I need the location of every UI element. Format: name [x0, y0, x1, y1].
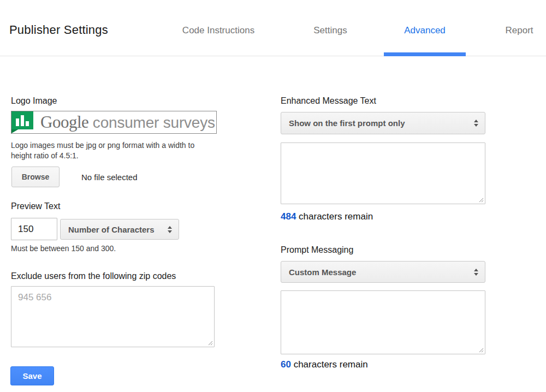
- file-status-text: No file selected: [81, 173, 138, 182]
- enhanced-message-label: Enhanced Message Text: [281, 96, 376, 106]
- char-count-suffix: characters remain: [296, 211, 373, 222]
- select-updown-arrows-icon: [474, 269, 478, 276]
- save-button[interactable]: Save: [10, 366, 54, 385]
- enhanced-message-textarea[interactable]: [281, 142, 485, 204]
- char-count-suffix: characters remain: [291, 359, 368, 370]
- publisher-settings-page: Publisher Settings Code Instructions Set…: [0, 0, 546, 392]
- logo-image-label: Logo Image: [11, 96, 57, 106]
- zip-exclude-label: Exclude users from the following zip cod…: [11, 271, 176, 281]
- logo-wordmark-consumer-surveys: consumer surveys: [88, 114, 215, 131]
- preview-text-label: Preview Text: [11, 201, 60, 211]
- enhanced-message-select[interactable]: Show on the first prompt only: [281, 112, 485, 134]
- zip-codes-textarea[interactable]: [11, 286, 215, 347]
- prompt-messaging-select-value: Custom Message: [289, 268, 356, 277]
- tab-code-instructions[interactable]: Code Instructions: [182, 25, 254, 36]
- enhanced-message-char-count: 484 characters remain: [281, 211, 373, 222]
- preview-unit-select-value: Number of Characters: [68, 225, 155, 234]
- active-tab-underline: [384, 52, 466, 56]
- tab-settings[interactable]: Settings: [313, 25, 347, 36]
- logo-format-helper-text: Logo images must be jpg or png format wi…: [11, 140, 199, 161]
- preview-length-input[interactable]: [11, 218, 57, 240]
- select-updown-arrows-icon: [474, 120, 478, 127]
- prompt-messaging-select[interactable]: Custom Message: [281, 261, 485, 283]
- logo-wordmark: Google consumer surveys: [40, 112, 215, 132]
- zip-textarea-wrap: [11, 286, 215, 347]
- prompt-messaging-label: Prompt Messaging: [281, 245, 353, 255]
- prompt-message-textarea-wrap: [281, 290, 485, 354]
- prompt-message-textarea[interactable]: [281, 290, 485, 354]
- logo-wordmark-google: Google: [40, 112, 88, 132]
- bar-chart-speech-bubble-icon: [11, 111, 33, 133]
- preview-unit-select[interactable]: Number of Characters: [60, 219, 179, 240]
- enhanced-message-select-value: Show on the first prompt only: [289, 118, 405, 128]
- char-count-number: 60: [281, 359, 291, 370]
- char-count-number: 484: [281, 211, 296, 222]
- logo-image-preview: Google consumer surveys: [11, 111, 217, 134]
- select-updown-arrows-icon: [168, 226, 172, 233]
- preview-range-helper-text: Must be between 150 and 300.: [11, 243, 116, 254]
- file-upload-row: Browse No file selected: [11, 167, 138, 187]
- prompt-message-char-count: 60 characters remain: [281, 359, 368, 370]
- enhanced-message-textarea-wrap: [281, 142, 485, 204]
- tab-advanced[interactable]: Advanced: [404, 25, 446, 36]
- browse-button[interactable]: Browse: [11, 167, 60, 187]
- tab-report[interactable]: Report: [505, 25, 533, 36]
- page-title: Publisher Settings: [9, 23, 108, 37]
